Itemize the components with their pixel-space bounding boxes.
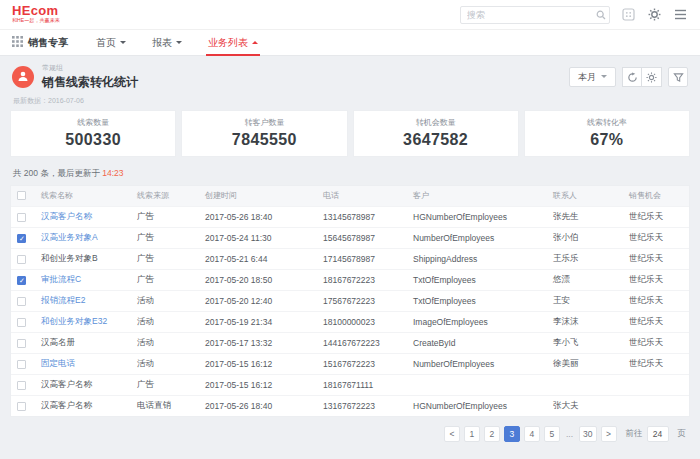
cell-contact: 张先生 — [547, 206, 623, 227]
cell-phone: 18167671111 — [317, 374, 407, 395]
top-header: HEcom 和HE一起，共赢未来 — [0, 0, 700, 30]
cell-created: 2017-05-21 6:44 — [199, 248, 317, 269]
row-checkbox[interactable] — [17, 297, 26, 306]
lead-name-link[interactable]: 审批流程C — [41, 274, 81, 284]
row-checkbox[interactable] — [17, 381, 26, 390]
cell-lead-name: 审批流程C — [35, 269, 131, 290]
stat-card: 转机会数量3647582 — [353, 110, 519, 157]
person-icon — [17, 70, 29, 84]
leads-table: 线索名称线索来源创建时间电话客户联系人销售机会 汉高客户名称广告2017-05-… — [11, 186, 689, 416]
next-page-button[interactable]: > — [601, 426, 617, 442]
cell-opportunity: 世纪乐天 — [623, 332, 689, 353]
stat-label: 线索转化率 — [525, 117, 689, 128]
lead-name-link[interactable]: 汉高业务对象A — [41, 232, 98, 242]
cell-opportunity: 世纪乐天 — [623, 269, 689, 290]
menu-icon[interactable] — [672, 7, 688, 23]
row-checkbox[interactable] — [17, 276, 26, 285]
table-row: 和创业务对象E32活动2017-05-19 21:3418100000023Im… — [11, 311, 689, 332]
page-unit-label: 页 — [678, 428, 687, 440]
cell-checkbox — [11, 311, 35, 332]
cell-source: 电话直销 — [131, 395, 199, 416]
cell-checkbox — [11, 353, 35, 374]
refresh-button[interactable] — [622, 67, 642, 87]
lead-name: 汉高客户名称 — [41, 400, 92, 410]
cell-customer: TxtOfEmployees — [407, 269, 547, 290]
cell-contact: 王乐乐 — [547, 248, 623, 269]
stat-card: 线索转化率67% — [524, 110, 690, 157]
workspace-label: 销售专享 — [28, 36, 68, 50]
lead-name-link[interactable]: 固定电话 — [41, 358, 75, 368]
nav-tab[interactable]: 报表 — [152, 30, 182, 56]
stat-value: 3647582 — [354, 131, 518, 149]
select-all-checkbox[interactable] — [17, 191, 26, 200]
page-button-3[interactable]: 3 — [504, 426, 520, 442]
row-checkbox[interactable] — [17, 255, 26, 264]
stat-card: 线索数量500330 — [10, 110, 176, 157]
cell-phone: 18167672223 — [317, 269, 407, 290]
chevron-down-icon — [252, 38, 258, 44]
cell-created: 2017-05-19 21:34 — [199, 311, 317, 332]
row-checkbox[interactable] — [17, 402, 26, 411]
cell-source: 活动 — [131, 353, 199, 374]
toolbar-button-group — [622, 67, 662, 87]
cell-customer: HGNumberOfEmployees — [407, 206, 547, 227]
lead-name-link[interactable]: 和创业务对象E32 — [41, 316, 107, 326]
workspace-switcher[interactable]: 销售专享 — [12, 36, 68, 50]
cell-phone: 13167672223 — [317, 395, 407, 416]
cell-customer: NumberOfEmployees — [407, 227, 547, 248]
apps-icon[interactable] — [620, 7, 636, 23]
cell-checkbox — [11, 248, 35, 269]
table-row: 汉高客户名称广告2017-05-26 18:4013145678987HGNum… — [11, 206, 689, 227]
cell-customer: ShippingAddress — [407, 248, 547, 269]
page-button-30[interactable]: 30 — [579, 426, 596, 442]
lead-name-link[interactable]: 报销流程E2 — [41, 295, 85, 305]
search-input[interactable] — [460, 6, 610, 24]
cell-checkbox — [11, 290, 35, 311]
page-button-1[interactable]: 1 — [464, 426, 480, 442]
row-checkbox[interactable] — [17, 318, 26, 327]
cell-contact: 李小飞 — [547, 332, 623, 353]
column-header: 客户 — [407, 186, 547, 206]
cell-lead-name: 汉高名册 — [35, 332, 131, 353]
cell-phone: 15645678987 — [317, 227, 407, 248]
cell-lead-name: 汉高客户名称 — [35, 395, 131, 416]
nav-tabs: 首页报表业务列表 — [96, 30, 258, 56]
cell-contact: 王安 — [547, 290, 623, 311]
table-row: 审批流程C广告2017-05-20 18:5018167672223TxtOfE… — [11, 269, 689, 290]
stat-label: 转机会数量 — [354, 117, 518, 128]
cell-checkbox — [11, 374, 35, 395]
lead-name-link[interactable]: 汉高客户名称 — [41, 211, 92, 221]
cell-customer: NumberOfEmployees — [407, 353, 547, 374]
stat-value: 67% — [525, 131, 689, 149]
goto-page-input[interactable] — [647, 426, 669, 442]
cell-checkbox — [11, 395, 35, 416]
page-button-5[interactable]: 5 — [544, 426, 560, 442]
search-icon[interactable] — [596, 10, 606, 20]
cell-customer — [407, 374, 547, 395]
nav-tab[interactable]: 业务列表 — [208, 30, 258, 56]
cell-source: 广告 — [131, 248, 199, 269]
settings-button[interactable] — [642, 67, 662, 87]
column-header: 联系人 — [547, 186, 623, 206]
row-checkbox[interactable] — [17, 234, 26, 243]
page-button-4[interactable]: 4 — [524, 426, 540, 442]
filter-button[interactable] — [668, 67, 688, 87]
prev-page-button[interactable]: < — [444, 426, 460, 442]
lead-name: 汉高客户名称 — [41, 379, 92, 389]
row-checkbox[interactable] — [17, 360, 26, 369]
gear-icon[interactable] — [646, 7, 662, 23]
cell-opportunity: 世纪乐天 — [623, 353, 689, 374]
cell-source: 广告 — [131, 227, 199, 248]
pagination: <12345...30>前往页 — [0, 417, 700, 451]
cell-contact — [547, 374, 623, 395]
lead-name: 和创业务对象B — [41, 253, 98, 263]
page-button-2[interactable]: 2 — [484, 426, 500, 442]
row-checkbox[interactable] — [17, 339, 26, 348]
report-avatar — [12, 66, 34, 88]
period-dropdown[interactable]: 本月 — [569, 67, 616, 87]
nav-tab[interactable]: 首页 — [96, 30, 126, 56]
table-summary: 共 200 条，最后更新于 14:23 — [0, 157, 700, 185]
report-toolbar: 本月 — [569, 67, 688, 87]
row-checkbox[interactable] — [17, 213, 26, 222]
cell-source: 活动 — [131, 311, 199, 332]
